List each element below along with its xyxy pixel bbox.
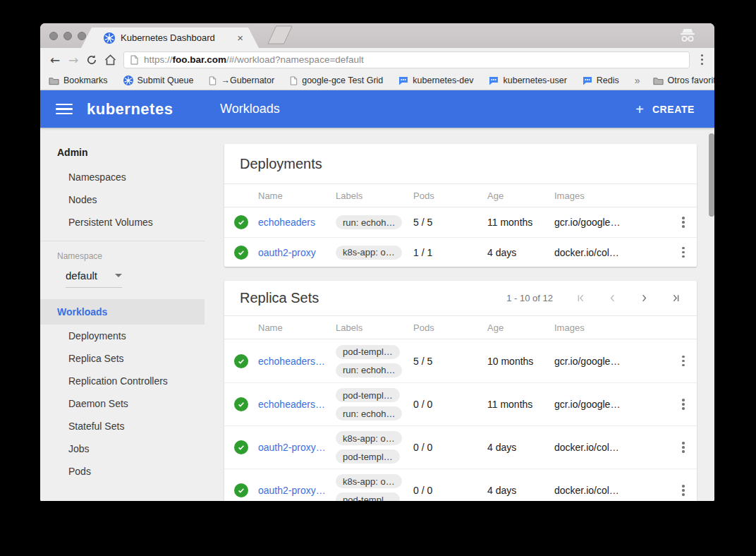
app-header: kubernetes Workloads + CREATE bbox=[40, 90, 714, 128]
images-cell: gcr.io/google… bbox=[554, 399, 670, 410]
sidebar-item-workloads[interactable]: Workloads bbox=[40, 299, 205, 325]
incognito-icon bbox=[679, 28, 696, 46]
column-header-age: Age bbox=[487, 191, 554, 201]
row-actions-button[interactable] bbox=[670, 356, 697, 367]
page-title: Workloads bbox=[220, 102, 280, 116]
age-cell: 4 days bbox=[487, 485, 554, 496]
bookmark-submit-queue[interactable]: Submit Queue bbox=[123, 75, 194, 85]
close-window-button[interactable] bbox=[49, 32, 58, 40]
pagination-range: 1 - 10 of 12 bbox=[506, 293, 553, 303]
browser-menu-button[interactable] bbox=[697, 54, 708, 66]
address-bar[interactable]: https://foo.bar.com/#/workload?namespace… bbox=[123, 52, 690, 68]
main-panel: Deployments NameLabelsPodsAgeImages echo… bbox=[205, 128, 714, 501]
row-actions-button[interactable] bbox=[670, 442, 697, 453]
tab-title: Kubernetes Dashboard bbox=[121, 32, 237, 43]
bookmark-kubernetes-user[interactable]: kubernetes-user bbox=[489, 75, 566, 85]
age-cell: 4 days bbox=[487, 247, 554, 258]
label-chip: pod-templ… bbox=[336, 388, 400, 402]
window-controls bbox=[49, 32, 86, 40]
page-icon bbox=[130, 55, 138, 65]
row-actions-button[interactable] bbox=[670, 485, 697, 496]
column-header-pods: Pods bbox=[413, 191, 487, 201]
status-ok-icon bbox=[234, 397, 248, 411]
table-row: oauth2-proxyk8s-app: o…1 / 14 daysdocker… bbox=[224, 237, 697, 267]
resource-name-link[interactable]: echoheaders bbox=[258, 217, 336, 228]
previous-page-icon[interactable] bbox=[607, 293, 618, 303]
replica-sets-card: Replica Sets 1 - 10 of 12 bbox=[224, 281, 697, 501]
bookmarks-bar: BookmarksSubmit Queue→Gubernatorgoogle-g… bbox=[40, 71, 714, 90]
chevron-down-icon bbox=[115, 274, 122, 277]
page-scrollbar[interactable] bbox=[709, 133, 714, 217]
sidebar-item-jobs[interactable]: Jobs bbox=[40, 437, 205, 460]
bookmark-otros-favoritos[interactable]: Otros favoritos bbox=[653, 75, 714, 85]
browser-tab[interactable]: Kubernetes Dashboard × bbox=[81, 28, 259, 48]
sidebar-item-stateful-sets[interactable]: Stateful Sets bbox=[40, 415, 205, 437]
screenshot-background: Kubernetes Dashboard × ← → bbox=[0, 0, 756, 556]
next-page-icon[interactable] bbox=[639, 293, 650, 303]
bookmark-google-gce-test-grid[interactable]: google-gce Test Grid bbox=[290, 75, 383, 85]
bookmark-gubernator[interactable]: →Gubernator bbox=[209, 75, 274, 85]
replica-sets-table-header: NameLabelsPodsAgeImages bbox=[224, 316, 697, 339]
resource-name-link[interactable]: oauth2-proxy… bbox=[258, 485, 336, 496]
row-actions-button[interactable] bbox=[670, 399, 697, 410]
label-chip: k8s-app: o… bbox=[336, 474, 402, 488]
row-actions-button[interactable] bbox=[670, 247, 697, 258]
home-button[interactable] bbox=[101, 54, 119, 66]
menu-hamburger-icon[interactable] bbox=[56, 104, 73, 115]
sidebar-item-replica-sets[interactable]: Replica Sets bbox=[40, 347, 205, 370]
plus-icon: + bbox=[635, 102, 644, 116]
deployments-card: Deployments NameLabelsPodsAgeImages echo… bbox=[224, 144, 697, 267]
bookmark-redis[interactable]: Redis bbox=[583, 75, 619, 85]
status-ok-icon bbox=[234, 246, 248, 260]
kubernetes-icon bbox=[123, 75, 133, 85]
row-actions-button[interactable] bbox=[670, 217, 697, 228]
sidebar-item-nodes[interactable]: Nodes bbox=[40, 188, 205, 211]
tab-close-icon[interactable]: × bbox=[237, 32, 243, 43]
column-header-labels: Labels bbox=[336, 322, 413, 333]
new-tab-button[interactable] bbox=[267, 25, 293, 47]
card-title-replica-sets: Replica Sets bbox=[240, 290, 319, 306]
column-header-name: Name bbox=[258, 191, 336, 201]
namespace-select[interactable]: default bbox=[66, 270, 122, 288]
forward-button[interactable]: → bbox=[64, 53, 83, 67]
bookmark-kubernetes-dev[interactable]: kubernetes-dev bbox=[398, 75, 473, 85]
pagination: 1 - 10 of 12 bbox=[506, 293, 681, 303]
url-host: foo.bar.com bbox=[173, 54, 227, 65]
sidebar-item-daemon-sets[interactable]: Daemon Sets bbox=[40, 392, 205, 415]
column-header-images: Images bbox=[554, 322, 670, 333]
resource-name-link[interactable]: echoheaders… bbox=[258, 356, 336, 367]
page-icon bbox=[209, 76, 217, 85]
url-path: /#/workload?namespace=default bbox=[226, 54, 364, 65]
zoom-window-button[interactable] bbox=[78, 32, 86, 40]
last-page-icon[interactable] bbox=[671, 293, 681, 303]
sidebar: Admin NamespacesNodesPersistent Volumes … bbox=[40, 128, 205, 501]
table-row: echoheaders…pod-templ…run: echoh…0 / 011… bbox=[224, 382, 697, 425]
sidebar-item-admin[interactable]: Admin bbox=[40, 139, 205, 166]
sidebar-item-deployments[interactable]: Deployments bbox=[40, 325, 205, 347]
kubernetes-logo[interactable]: kubernetes bbox=[87, 100, 173, 119]
column-header-age: Age bbox=[487, 322, 554, 333]
label-chip: run: echoh… bbox=[336, 215, 402, 229]
chat-icon bbox=[583, 76, 592, 85]
sidebar-item-namespaces[interactable]: Namespaces bbox=[40, 166, 205, 188]
reload-button[interactable] bbox=[83, 54, 101, 66]
create-button[interactable]: + CREATE bbox=[635, 102, 695, 116]
status-ok-icon bbox=[234, 483, 248, 497]
resource-name-link[interactable]: echoheaders… bbox=[258, 399, 336, 410]
images-cell: docker.io/col… bbox=[554, 247, 670, 258]
first-page-icon[interactable] bbox=[575, 293, 586, 303]
bookmark-bookmarks[interactable]: Bookmarks bbox=[49, 75, 108, 85]
sidebar-item-pods[interactable]: Pods bbox=[40, 460, 205, 483]
pods-cell: 0 / 0 bbox=[413, 442, 487, 453]
page-icon bbox=[290, 76, 298, 85]
column-header-images: Images bbox=[554, 191, 670, 201]
bookmarks-overflow-icon[interactable]: » bbox=[635, 75, 640, 86]
table-row: echoheaders…pod-templ…run: echoh…5 / 510… bbox=[224, 339, 697, 382]
sidebar-item-replication-controllers[interactable]: Replication Controllers bbox=[40, 370, 205, 392]
browser-window: Kubernetes Dashboard × ← → bbox=[40, 23, 714, 501]
minimize-window-button[interactable] bbox=[63, 32, 72, 40]
sidebar-item-persistent-volumes[interactable]: Persistent Volumes bbox=[40, 211, 205, 234]
back-button[interactable]: ← bbox=[46, 53, 64, 67]
resource-name-link[interactable]: oauth2-proxy bbox=[258, 247, 336, 258]
resource-name-link[interactable]: oauth2-proxy… bbox=[258, 442, 336, 453]
